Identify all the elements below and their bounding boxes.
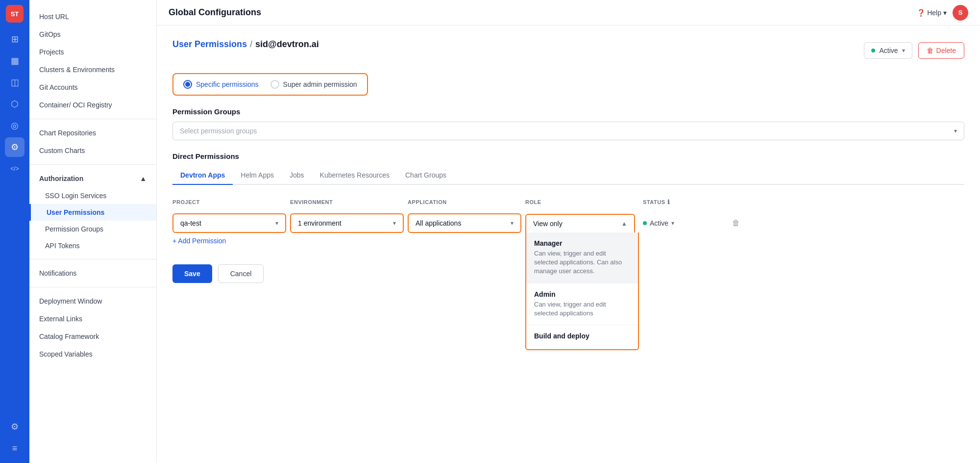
project-value: qa-test [180, 219, 201, 227]
info-icon: ℹ [667, 199, 670, 206]
permission-groups-title: Permission Groups [172, 107, 964, 116]
main-area: Global Configurations ❓ Help ▾ S User Pe… [157, 0, 980, 463]
sidebar-item-user-permissions[interactable]: User Permissions [29, 204, 156, 221]
status-label: Active [879, 47, 898, 54]
help-button[interactable]: ❓ Help ▾ [917, 9, 947, 17]
sidebar-item-sso-login[interactable]: SSO Login Services [29, 187, 156, 204]
content-area: User Permissions / sid@devtron.ai Active… [157, 26, 980, 463]
sidebar-item-projects[interactable]: Projects [29, 43, 156, 61]
tab-chart-groups[interactable]: Chart Groups [397, 166, 454, 185]
sidebar-item-git-accounts[interactable]: Git Accounts [29, 78, 156, 96]
direct-permissions-title: Direct Permissions [172, 152, 964, 160]
sidebar-item-container-registry[interactable]: Container/ OCI Registry [29, 96, 156, 114]
environment-dropdown[interactable]: 1 environment ▾ [290, 213, 404, 233]
col-role: ROLE [525, 199, 643, 206]
environment-chevron-icon: ▾ [393, 220, 396, 227]
permission-type-selector: Specific permissions Super admin permiss… [172, 73, 368, 96]
role-admin-title: Admin [534, 290, 630, 298]
sidebar-item-notifications[interactable]: Notifications [29, 264, 156, 282]
delete-button[interactable]: 🗑 Delete [918, 42, 964, 59]
breadcrumb-current: sid@devtron.ai [255, 39, 319, 50]
globe-icon[interactable]: ◎ [5, 116, 24, 135]
dashboard-icon[interactable]: ⊞ [5, 29, 24, 49]
col-project: PROJECT [172, 199, 290, 206]
table-row: qa-test ▾ 1 environment ▾ All applicatio… [172, 213, 964, 233]
role-manager-desc: Can view, trigger and edit selected appl… [534, 249, 630, 276]
row-status-chevron-icon: ▾ [671, 220, 674, 227]
direct-permissions-tabs: Devtron Apps Helm Apps Jobs Kubernetes R… [172, 166, 964, 185]
role-chevron-icon: ▲ [621, 220, 627, 227]
trash-icon: 🗑 [927, 47, 933, 54]
row-delete-cell: 🗑 [721, 219, 751, 228]
sidebar-item-gitops[interactable]: GitOps [29, 26, 156, 43]
status-dropdown[interactable]: Active ▾ [864, 42, 912, 59]
sidebar-item-catalog-framework[interactable]: Catalog Framework [29, 328, 156, 345]
deploy-icon[interactable]: ◫ [5, 73, 24, 92]
specific-permissions-radio[interactable]: Specific permissions [183, 80, 259, 89]
row-delete-icon[interactable]: 🗑 [732, 219, 740, 228]
status-dot [871, 49, 875, 52]
tab-k8s-resources[interactable]: Kubernetes Resources [312, 166, 397, 185]
role-dropdown[interactable]: View only ▲ [525, 214, 635, 232]
sidebar-item-deployment-window[interactable]: Deployment Window [29, 292, 156, 310]
save-button[interactable]: Save [172, 264, 212, 283]
topbar-right: ❓ Help ▾ S [917, 5, 968, 21]
tab-jobs[interactable]: Jobs [282, 166, 312, 185]
settings-icon[interactable]: ⚙ [5, 137, 24, 157]
sidebar-item-api-tokens[interactable]: API Tokens [29, 237, 156, 254]
tab-devtron-apps[interactable]: Devtron Apps [172, 166, 233, 185]
row-status-label: Active [650, 219, 668, 227]
sidebar-divider-2 [29, 164, 156, 165]
project-chevron-icon: ▾ [275, 220, 278, 227]
application-chevron-icon: ▾ [511, 220, 514, 227]
radio-circle-specific [183, 80, 192, 89]
sidebar-item-permission-groups[interactable]: Permission Groups [29, 221, 156, 237]
app-logo[interactable]: ST [6, 5, 24, 23]
sidebar-item-scoped-variables[interactable]: Scoped Variables [29, 345, 156, 363]
sidebar-item-external-links[interactable]: External Links [29, 310, 156, 328]
sidebar-item-host-url[interactable]: Host URL [29, 8, 156, 26]
role-dropdown-menu: Manager Can view, trigger and edit selec… [525, 232, 639, 350]
breadcrumb-parent[interactable]: User Permissions [172, 39, 247, 50]
environment-value: 1 environment [298, 219, 342, 227]
header-actions: Active ▾ 🗑 Delete [864, 42, 964, 59]
dropdown-chevron-icon: ▾ [902, 47, 905, 54]
breadcrumb-separator: / [250, 39, 252, 50]
tab-helm-apps[interactable]: Helm Apps [233, 166, 282, 185]
chevron-up-icon: ▲ [140, 175, 147, 182]
permission-groups-select[interactable]: Select permission groups ▾ [172, 122, 964, 140]
super-admin-radio[interactable]: Super admin permission [270, 80, 357, 89]
project-dropdown[interactable]: qa-test ▾ [172, 213, 286, 233]
role-option-manager[interactable]: Manager Can view, trigger and edit selec… [526, 232, 638, 283]
super-admin-label: Super admin permission [283, 80, 357, 88]
plugins-icon[interactable]: ⬡ [5, 94, 24, 114]
cancel-button[interactable]: Cancel [218, 264, 264, 283]
topbar: Global Configurations ❓ Help ▾ S [157, 0, 980, 26]
radio-inner-specific [185, 82, 190, 87]
role-dropdown-container: View only ▲ Manager Can view, trigger an… [525, 214, 639, 232]
row-status-dot [643, 221, 647, 225]
select-chevron-icon: ▾ [954, 128, 957, 134]
role-option-build-deploy[interactable]: Build and deploy [526, 325, 638, 349]
row-status[interactable]: Active ▾ [643, 219, 721, 227]
sidebar-item-chart-repositories[interactable]: Chart Repositories [29, 124, 156, 142]
specific-permissions-label: Specific permissions [196, 80, 259, 88]
sidebar-section-authorization[interactable]: Authorization ▲ [29, 170, 156, 187]
role-option-admin[interactable]: Admin Can view, trigger and edit selecte… [526, 283, 638, 325]
layers-icon[interactable]: ≡ [5, 438, 24, 458]
user-avatar[interactable]: S [953, 5, 968, 21]
apps-icon[interactable]: ▦ [5, 51, 24, 71]
sidebar: Host URL GitOps Projects Clusters & Envi… [29, 0, 157, 463]
sidebar-divider-4 [29, 287, 156, 287]
help-circle-icon: ❓ [917, 9, 925, 17]
permission-groups-placeholder: Select permission groups [180, 127, 257, 135]
col-application: APPLICATION [408, 199, 525, 206]
code-icon[interactable]: </> [5, 159, 24, 179]
col-actions [721, 199, 751, 206]
application-dropdown[interactable]: All applications ▾ [408, 213, 521, 233]
sidebar-item-clusters[interactable]: Clusters & Environments [29, 61, 156, 78]
sidebar-item-custom-charts[interactable]: Custom Charts [29, 142, 156, 159]
col-status: STATUS ℹ [643, 199, 721, 206]
config-icon[interactable]: ⚙ [5, 417, 24, 437]
breadcrumb: User Permissions / sid@devtron.ai [172, 39, 319, 50]
